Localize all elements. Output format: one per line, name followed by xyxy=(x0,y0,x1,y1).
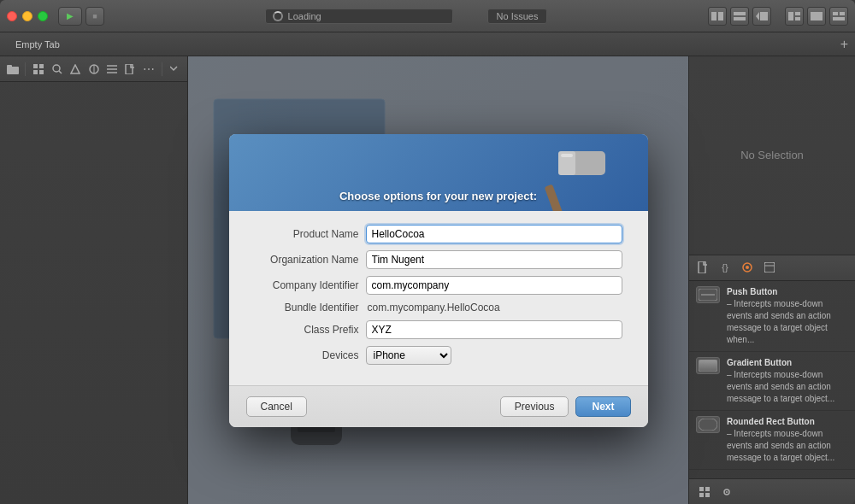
class-prefix-input[interactable] xyxy=(366,320,622,339)
svg-rect-2 xyxy=(734,12,746,15)
company-id-label: Company Identifier xyxy=(255,279,366,291)
dialog-image-area: Choose options for your new project: xyxy=(229,134,648,211)
settings-icon[interactable] xyxy=(718,483,735,501)
org-name-label: Organization Name xyxy=(255,254,366,266)
right-file-icon[interactable] xyxy=(694,259,711,276)
svg-rect-11 xyxy=(840,12,845,15)
layout-toggle-2[interactable] xyxy=(807,7,826,26)
layout-toggle-3[interactable] xyxy=(829,7,848,26)
spinner-icon xyxy=(273,11,283,21)
add-tab-button[interactable]: + xyxy=(840,38,848,51)
grid-view-icon[interactable] xyxy=(696,483,713,501)
svg-rect-68 xyxy=(699,419,717,431)
titlebar: ▶ ■ Loading No Issues xyxy=(0,0,855,32)
tab-label: Empty Tab xyxy=(15,39,60,50)
sidebar-warning-icon[interactable] xyxy=(68,62,82,77)
no-issues-badge: No Issues xyxy=(487,9,548,24)
dialog-overlay: Choose options for your new project: Pro… xyxy=(188,56,688,504)
svg-point-19 xyxy=(53,65,60,72)
svg-rect-5 xyxy=(760,12,768,21)
push-button-text: Push Button – Intercepts mouse-down even… xyxy=(727,286,848,346)
company-id-input[interactable] xyxy=(366,276,622,295)
sidebar-collapse-icon[interactable] xyxy=(168,62,182,77)
right-object-icon[interactable] xyxy=(739,259,756,276)
class-prefix-row: Class Prefix xyxy=(255,320,622,339)
main-window: ▶ ■ Loading No Issues xyxy=(0,0,855,504)
svg-rect-1 xyxy=(718,12,723,21)
svg-rect-18 xyxy=(39,70,44,74)
svg-rect-12 xyxy=(833,17,845,21)
svg-rect-63 xyxy=(764,262,775,273)
view-toggle-3[interactable] xyxy=(752,7,771,26)
library-list: Push Button – Intercepts mouse-down even… xyxy=(689,281,855,479)
company-id-row: Company Identifier xyxy=(255,276,622,295)
titlebar-center: Loading No Issues xyxy=(104,9,708,24)
svg-rect-3 xyxy=(734,17,746,21)
svg-rect-6 xyxy=(788,12,793,21)
devices-label: Devices xyxy=(255,349,366,361)
list-item: Push Button – Intercepts mouse-down even… xyxy=(689,281,855,352)
svg-rect-69 xyxy=(699,487,704,491)
window-controls xyxy=(7,11,48,21)
svg-rect-67 xyxy=(699,360,717,372)
view-toggle-1[interactable] xyxy=(708,7,727,26)
svg-rect-9 xyxy=(811,12,823,21)
right-sidebar: No Selection {} xyxy=(688,56,855,504)
svg-rect-27 xyxy=(126,64,133,74)
footer-right-buttons: Previous Next xyxy=(500,396,631,417)
svg-rect-14 xyxy=(7,65,12,67)
cancel-button[interactable]: Cancel xyxy=(246,396,307,417)
svg-rect-17 xyxy=(33,70,38,74)
rounded-rect-icon xyxy=(696,416,720,433)
svg-rect-15 xyxy=(33,64,38,68)
no-selection-area: No Selection xyxy=(689,56,855,255)
gradient-button-text: Gradient Button – Intercepts mouse-down … xyxy=(727,357,848,405)
previous-button[interactable]: Previous xyxy=(500,396,569,417)
svg-marker-4 xyxy=(756,12,759,21)
svg-rect-60 xyxy=(699,261,705,273)
product-name-row: Product Name xyxy=(255,225,622,243)
view-toggle-2[interactable] xyxy=(730,7,749,26)
svg-rect-70 xyxy=(705,487,710,491)
devices-select[interactable]: iPhone iPad Universal xyxy=(366,346,451,365)
run-button[interactable]: ▶ xyxy=(58,7,82,26)
product-name-input[interactable] xyxy=(366,225,622,243)
new-project-dialog: Choose options for your new project: Pro… xyxy=(229,134,648,427)
svg-rect-10 xyxy=(833,12,838,15)
right-media-icon[interactable] xyxy=(761,259,778,276)
svg-rect-16 xyxy=(39,64,44,68)
stop-icon: ■ xyxy=(92,12,97,21)
sidebar-separator-2 xyxy=(162,62,162,76)
tab-empty[interactable]: Empty Tab xyxy=(7,38,68,51)
stop-button[interactable]: ■ xyxy=(86,7,104,26)
sidebar-more-icon[interactable]: ⋯ xyxy=(141,62,156,77)
sidebar-folder-icon[interactable] xyxy=(5,62,20,77)
maximize-button[interactable] xyxy=(38,11,48,21)
bundle-id-label: Bundle Identifier xyxy=(255,302,366,314)
main-area: Choose options for your new project: Pro… xyxy=(188,56,688,504)
sidebar-git-icon[interactable] xyxy=(86,62,101,77)
content-area: ⋯ xyxy=(0,56,855,504)
svg-rect-0 xyxy=(711,12,716,21)
next-button[interactable]: Next xyxy=(575,396,630,417)
sidebar-grid-icon[interactable] xyxy=(31,62,45,77)
close-button[interactable] xyxy=(7,11,17,21)
sidebar-list-icon[interactable] xyxy=(104,62,119,77)
org-name-row: Organization Name xyxy=(255,250,622,269)
right-code-icon[interactable]: {} xyxy=(716,259,734,276)
org-name-input[interactable] xyxy=(366,250,622,269)
layout-toggle-1[interactable] xyxy=(785,7,804,26)
sidebar-file-icon[interactable] xyxy=(123,62,138,77)
sidebar-search-icon[interactable] xyxy=(50,62,64,77)
minimize-button[interactable] xyxy=(22,11,32,21)
list-item: Gradient Button – Intercepts mouse-down … xyxy=(689,352,855,411)
run-icon: ▶ xyxy=(67,11,74,21)
svg-point-74 xyxy=(726,491,728,493)
svg-rect-13 xyxy=(7,67,19,74)
bundle-id-value: com.mycompany.HelloCocoa xyxy=(366,302,622,314)
right-sidebar-toolbar: {} xyxy=(689,255,855,281)
gradient-button-icon xyxy=(696,357,720,374)
svg-rect-71 xyxy=(699,493,704,497)
sidebar-separator xyxy=(25,62,26,76)
dialog-footer: Cancel Previous Next xyxy=(229,385,648,427)
